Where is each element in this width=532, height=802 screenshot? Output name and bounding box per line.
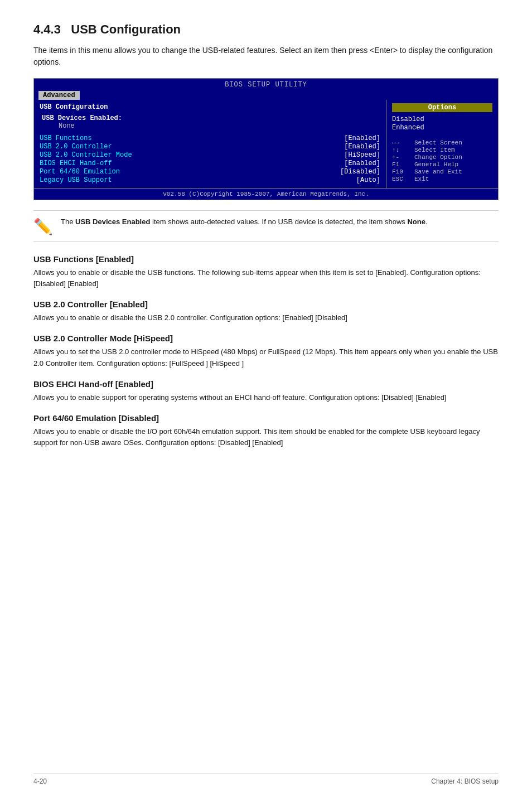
- bios-item-value: [Enabled]: [344, 160, 380, 167]
- bios-legend-item: +-Change Option: [392, 154, 492, 161]
- subsection-body: Allows you to enable or disable the USB …: [33, 267, 499, 289]
- subsection: USB Functions [Enabled]Allows you to ena…: [33, 254, 499, 289]
- bios-legend-desc: General Help: [414, 161, 458, 168]
- bios-item-value: [Enabled]: [344, 134, 380, 142]
- bios-item-value: [Disabled]: [340, 168, 380, 176]
- bios-legend-desc: Exit: [414, 176, 429, 182]
- note-bold1: USB Devices Enabled: [75, 218, 150, 226]
- note-box: ✏️ The USB Devices Enabled item shows au…: [33, 210, 499, 242]
- footer-left: 4-20: [33, 777, 47, 785]
- bios-footer: v02.58 (C)Copyright 1985-2007, American …: [34, 188, 498, 200]
- bios-item-value: [HiSpeed]: [344, 151, 380, 159]
- bios-legend-key: F1: [392, 161, 414, 168]
- subsection-body: Allows you to enable or disable the USB …: [33, 312, 499, 323]
- section-heading: 4.4.3 USB Configuration: [33, 22, 499, 37]
- bios-tabs: Advanced: [34, 90, 498, 100]
- subsection: Port 64/60 Emulation [Disabled]Allows yo…: [33, 413, 499, 448]
- bios-devices-label: USB Devices Enabled:: [42, 114, 122, 122]
- bios-legend-key: ↑↓: [392, 147, 414, 153]
- bios-legend-key: F10: [392, 168, 414, 175]
- note-text: The USB Devices Enabled item shows auto-…: [61, 216, 428, 228]
- bios-item-row: USB 2.0 Controller Mode[HiSpeed]: [40, 151, 380, 159]
- bios-legend-item: F10Save and Exit: [392, 168, 492, 175]
- bios-options-title: Options: [392, 103, 492, 112]
- bios-legend: ↔→Select Screen↑↓Select Item+-Change Opt…: [392, 139, 492, 182]
- subsection: USB 2.0 Controller Mode [HiSpeed]Allows …: [33, 334, 499, 369]
- bios-legend-desc: Select Screen: [414, 139, 462, 146]
- subsection-body: Allows you to set the USB 2.0 controller…: [33, 346, 499, 369]
- bios-option-item: Disabled: [392, 115, 492, 123]
- bios-item-name: USB Functions: [40, 134, 92, 142]
- bios-legend-item: ESCExit: [392, 176, 492, 182]
- bios-item-row: USB 2.0 Controller[Enabled]: [40, 143, 380, 151]
- bios-item-name: USB 2.0 Controller Mode: [40, 151, 132, 159]
- bios-legend-desc: Save and Exit: [414, 168, 462, 175]
- note-icon: ✏️: [33, 218, 53, 236]
- bios-main: USB Configuration USB Devices Enabled: N…: [34, 100, 386, 188]
- bios-item-name: Port 64/60 Emulation: [40, 168, 120, 176]
- bios-devices-value: None: [42, 122, 75, 130]
- bios-legend-key: ESC: [392, 176, 414, 182]
- bios-item-row: Legacy USB Support[Auto]: [40, 176, 380, 184]
- subsection-body: Allows you to enable or disable the I/O …: [33, 426, 499, 448]
- bios-legend-item: F1General Help: [392, 161, 492, 168]
- subsection-title: Port 64/60 Emulation [Disabled]: [33, 413, 499, 423]
- subsection-title: USB 2.0 Controller [Enabled]: [33, 299, 499, 309]
- bios-item-value: [Enabled]: [344, 143, 380, 151]
- bios-item-name: BIOS EHCI Hand-off: [40, 160, 112, 167]
- bios-main-title: USB Configuration: [40, 103, 380, 111]
- subsection: USB 2.0 Controller [Enabled]Allows you t…: [33, 299, 499, 323]
- bios-options-list: DisabledEnhanced: [392, 115, 492, 132]
- subsection-title: BIOS EHCI Hand-off [Enabled]: [33, 379, 499, 389]
- subsection-body: Allows you to enable support for operati…: [33, 392, 499, 403]
- subsection-title: USB Functions [Enabled]: [33, 254, 499, 264]
- bios-item-value: [Auto]: [356, 176, 380, 184]
- bios-legend-item: ↔→Select Screen: [392, 139, 492, 146]
- bios-item-row: Port 64/60 Emulation[Disabled]: [40, 168, 380, 176]
- bios-legend-desc: Change Option: [414, 154, 462, 161]
- bios-sidebar: Options DisabledEnhanced ↔→Select Screen…: [386, 100, 498, 188]
- section-intro: The items in this menu allows you to cha…: [33, 45, 499, 68]
- subsection: BIOS EHCI Hand-off [Enabled]Allows you t…: [33, 379, 499, 403]
- bios-legend-item: ↑↓Select Item: [392, 147, 492, 153]
- bios-legend-desc: Select Item: [414, 147, 455, 153]
- bios-item-row: BIOS EHCI Hand-off[Enabled]: [40, 160, 380, 167]
- bios-item-row: USB Functions[Enabled]: [40, 134, 380, 142]
- bios-legend-key: +-: [392, 154, 414, 161]
- bios-item-name: USB 2.0 Controller: [40, 143, 112, 151]
- page-footer: 4-20 Chapter 4: BIOS setup: [33, 774, 499, 785]
- bios-devices: USB Devices Enabled: None: [40, 114, 380, 130]
- bios-box: BIOS SETUP UTILITY Advanced USB Configur…: [33, 78, 499, 200]
- bios-items-list: USB Functions[Enabled]USB 2.0 Controller…: [40, 134, 380, 184]
- subsections-container: USB Functions [Enabled]Allows you to ena…: [33, 254, 499, 448]
- bios-item-name: Legacy USB Support: [40, 176, 112, 184]
- note-bold2: None: [407, 218, 425, 226]
- subsection-title: USB 2.0 Controller Mode [HiSpeed]: [33, 334, 499, 343]
- footer-right: Chapter 4: BIOS setup: [431, 777, 499, 785]
- bios-title-bar: BIOS SETUP UTILITY: [34, 79, 498, 90]
- bios-legend-key: ↔→: [392, 139, 414, 146]
- bios-option-item: Enhanced: [392, 124, 492, 132]
- bios-tab-active[interactable]: Advanced: [38, 91, 80, 100]
